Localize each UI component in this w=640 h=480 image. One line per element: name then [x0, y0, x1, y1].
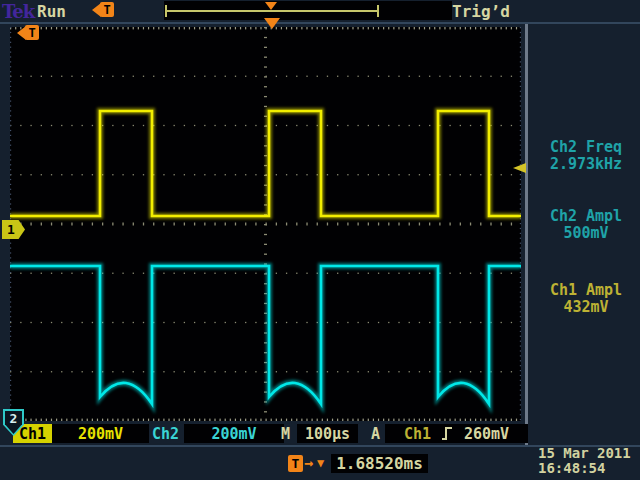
timebase-readout: 100µs [297, 424, 358, 443]
screen-bevel [525, 24, 528, 445]
waveform-plot [10, 27, 521, 421]
record-view-bar [164, 1, 452, 20]
measurement-value: 500mV [534, 225, 638, 242]
measurement-value: 432mV [534, 299, 638, 316]
tek-logo: Tek [2, 1, 34, 22]
trigger-position-icon: T [92, 2, 114, 17]
trigger-t-icon: T [25, 25, 39, 40]
right-arrow-icon: → [304, 454, 313, 472]
acquisition-status: Run [37, 2, 66, 21]
trigger-status: Trig’d [452, 2, 510, 21]
trigger-source: Ch1 [404, 425, 431, 443]
timebase-label: M [281, 425, 290, 443]
trigger-readout: Ch1 260mV [385, 424, 528, 443]
measurement-label: Ch1 Ampl [534, 282, 638, 299]
ch1-scale-readout: 200mV [52, 424, 149, 443]
delay-trigger-t-icon: T [288, 455, 303, 472]
record-line [166, 10, 378, 12]
record-trigger-marker-icon [265, 2, 277, 10]
grid-dots [10, 27, 521, 421]
delay-readout: 1.68520ms [331, 454, 428, 473]
measurement-ch1-ampl: Ch1 Ampl 432mV [534, 282, 638, 316]
ch2-label: Ch2 [152, 425, 179, 443]
measurement-value: 2.973kHz [534, 156, 638, 173]
graticule: T [10, 27, 521, 421]
datetime-display: 15 Mar 2011 16:48:54 [536, 446, 640, 476]
record-right-bracket [377, 5, 379, 17]
rising-edge-icon [441, 426, 454, 441]
top-frame-line [0, 22, 640, 24]
trigger-t-icon: T [100, 2, 114, 17]
trigger-level-arrow-icon [513, 163, 526, 173]
measurement-ch2-freq: Ch2 Freq 2.973kHz [534, 139, 638, 173]
measurement-ch2-ampl: Ch2 Ampl 500mV [534, 208, 638, 242]
ch2-trace-glow [10, 266, 521, 404]
status-bar: Ch1 200mV Ch2 200mV M 100µs A Ch1 260mV [0, 424, 640, 443]
measurement-label: Ch2 Ampl [534, 208, 638, 225]
ch2-scale-readout: 200mV [184, 424, 284, 443]
ch2-trace [10, 266, 521, 404]
date-display: 15 Mar 2011 [538, 446, 640, 461]
trigger-type-label: A [371, 425, 380, 443]
down-triangle-icon: ▼ [317, 456, 324, 470]
measurement-label: Ch2 Freq [534, 139, 638, 156]
record-left-bracket [165, 5, 167, 17]
trigger-level-value: 260mV [464, 425, 509, 443]
offscreen-trigger-indicator: T [17, 25, 39, 40]
horizontal-position-marker-icon [264, 18, 280, 29]
time-display: 16:48:54 [538, 461, 640, 476]
oscilloscope-screen: Tek Run T Trig’d T [0, 0, 640, 480]
